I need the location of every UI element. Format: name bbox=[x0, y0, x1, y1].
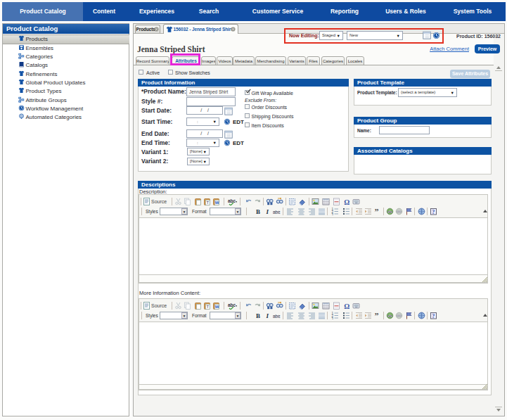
svg-text:3: 3 bbox=[332, 213, 334, 216]
svg-text:W: W bbox=[215, 305, 219, 309]
svg-text:I: I bbox=[266, 312, 269, 319]
svg-text:abc: abc bbox=[228, 198, 236, 203]
svg-text:W: W bbox=[215, 201, 219, 205]
svg-text:B: B bbox=[256, 208, 260, 215]
svg-text:B: B bbox=[256, 312, 260, 319]
svg-text:T: T bbox=[207, 201, 210, 205]
svg-text:abc: abc bbox=[228, 303, 236, 307]
svg-text:?: ? bbox=[432, 209, 435, 215]
svg-text:”: ” bbox=[375, 312, 379, 319]
svg-text:Ω: Ω bbox=[344, 198, 349, 206]
svg-text:T: T bbox=[207, 305, 210, 309]
svg-text:3: 3 bbox=[332, 317, 334, 320]
svg-text:”: ” bbox=[375, 208, 379, 215]
svg-text:I: I bbox=[266, 208, 269, 215]
svg-text:Ω: Ω bbox=[344, 303, 349, 310]
svg-text:?: ? bbox=[432, 313, 435, 319]
